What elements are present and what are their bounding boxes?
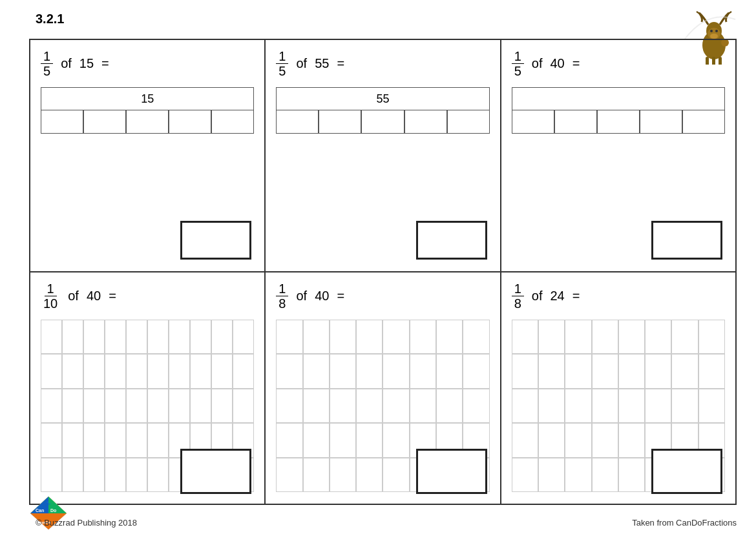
of-label: of <box>68 289 79 303</box>
grid-cell <box>83 354 105 388</box>
grid-cell <box>356 320 383 354</box>
grid-cell <box>410 354 436 388</box>
grid-cell <box>645 354 671 388</box>
grid-cell <box>356 389 383 423</box>
grid-cell <box>169 320 190 354</box>
grid-cell <box>436 354 463 388</box>
segment <box>319 110 361 134</box>
fraction-5-8: 1 8 <box>276 282 288 311</box>
equals-label: = <box>337 289 344 303</box>
answer-box-4[interactable] <box>180 449 251 494</box>
grid-cell <box>190 389 211 423</box>
grid-cell <box>618 320 645 354</box>
grid-cell <box>436 389 463 423</box>
segment <box>361 110 404 134</box>
grid-cell <box>618 389 645 423</box>
fraction-6-8: 1 8 <box>512 282 524 311</box>
grid-cell <box>41 320 62 354</box>
segment <box>83 110 126 134</box>
of-label: of <box>532 289 543 303</box>
cell-5-eighth-of-40: 1 8 of 40 = <box>265 272 500 504</box>
grid-cell <box>592 458 618 492</box>
grid-cell <box>330 458 356 492</box>
grid-cell <box>276 320 302 354</box>
grid-cell <box>211 320 233 354</box>
bar-top-3 <box>512 87 725 110</box>
grid-cell <box>330 423 356 457</box>
segment <box>447 110 490 134</box>
number-value: 40 <box>550 56 564 71</box>
grid-cell <box>147 423 169 457</box>
grid-cell <box>410 320 436 354</box>
answer-box-1[interactable] <box>180 221 251 260</box>
answer-box-6[interactable] <box>651 449 722 494</box>
grid-cell <box>83 423 105 457</box>
answer-box-2[interactable] <box>416 221 487 260</box>
grid-cell <box>276 354 302 388</box>
grid-cell <box>565 320 591 354</box>
grid-cell <box>645 320 671 354</box>
grid-cell <box>233 389 254 423</box>
grid-cell <box>538 458 565 492</box>
grid-cell <box>330 320 356 354</box>
numerator: 1 <box>276 49 288 64</box>
denominator: 5 <box>41 64 53 78</box>
grid-cell <box>41 423 62 457</box>
svg-point-4 <box>715 30 718 32</box>
bar-model-1: 15 <box>41 87 254 134</box>
denominator: 5 <box>512 64 524 78</box>
grid-cell <box>147 354 169 388</box>
grid-cell <box>276 389 302 423</box>
footer-source: Taken from CanDoFractions <box>632 518 737 528</box>
grid-cell <box>383 423 409 457</box>
of-label: of <box>296 56 307 71</box>
grid-cell <box>463 389 489 423</box>
grid-cell <box>671 354 698 388</box>
grid-cell <box>41 458 62 492</box>
expression-5: 1 8 of 40 = <box>276 282 348 311</box>
grid-cell <box>410 389 436 423</box>
grid-cell <box>538 423 565 457</box>
grid-cell <box>190 320 211 354</box>
number-value: 40 <box>315 289 329 303</box>
expression-2: 1 5 of 55 = <box>276 49 348 78</box>
grid-cell <box>671 389 698 423</box>
grid-cell <box>383 389 409 423</box>
numerator: 1 <box>45 282 57 296</box>
grid-cell <box>592 354 618 388</box>
grid-cell <box>126 320 147 354</box>
grid-cell <box>330 389 356 423</box>
grid-cell <box>618 423 645 457</box>
expression-4: 1 10 of 40 = <box>41 282 120 311</box>
grid-cell <box>62 458 83 492</box>
numerator: 1 <box>276 282 288 296</box>
grid-cell <box>211 389 233 423</box>
bar-segments-2 <box>276 110 489 134</box>
grid-cell <box>126 458 147 492</box>
cell-3-fifth-of-40: 1 5 of 40 = <box>501 39 736 272</box>
segment <box>597 110 640 134</box>
grid-cell <box>62 423 83 457</box>
segment <box>41 110 83 134</box>
numerator: 1 <box>41 49 53 64</box>
answer-box-3[interactable] <box>651 221 722 260</box>
grid-cell <box>105 320 126 354</box>
grid-cell <box>83 320 105 354</box>
svg-text:Can: Can <box>36 508 44 513</box>
cell-6-eighth-of-24: 1 8 of 24 = <box>501 272 736 504</box>
answer-box-5[interactable] <box>416 449 487 494</box>
grid-cell <box>383 458 409 492</box>
grid-cell <box>463 354 489 388</box>
bar-model-3 <box>512 87 725 134</box>
grid-cell <box>62 389 83 423</box>
segment <box>276 110 319 134</box>
grid-cell <box>538 320 565 354</box>
fraction-3-5: 1 5 <box>512 49 524 78</box>
svg-text:🐾: 🐾 <box>46 500 51 506</box>
grid-cell <box>356 458 383 492</box>
grid-cell <box>565 423 591 457</box>
denominator: 8 <box>276 296 288 311</box>
segment <box>126 110 169 134</box>
numerator: 1 <box>512 49 524 64</box>
expression-6: 1 8 of 24 = <box>512 282 584 311</box>
